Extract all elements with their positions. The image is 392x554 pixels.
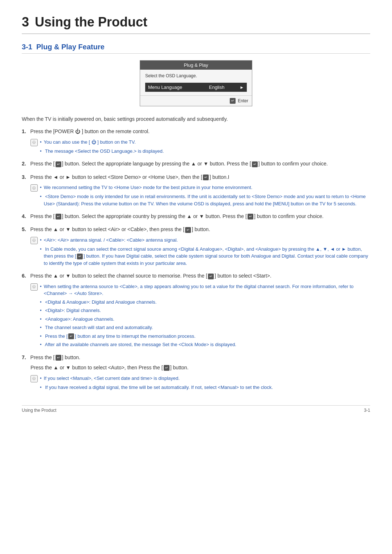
step-6-note-sub-5: • Press the [↵] button at any time to in… (40, 333, 370, 340)
step-6-note-sub-3: • <Analogue>: Analogue channels. (40, 316, 370, 323)
footer-right: 3-1 (364, 408, 370, 413)
step-7-subpress: Press the ▲ or ▼ button to select <Auto>… (30, 364, 370, 372)
page-footer: Using the Product 3-1 (22, 405, 370, 413)
dialog-title: Plug & Play (140, 61, 252, 70)
enter-icon-s3: ↵ (203, 175, 209, 180)
intro-text: When the TV is initially powered on, bas… (22, 115, 370, 123)
enter-icon: ↵ (230, 98, 236, 104)
enter-icon-s4b: ↵ (248, 214, 253, 219)
enter-icon-s7b: ↵ (164, 365, 170, 371)
step-1: Press the [POWER ⏻ ] button on the remot… (22, 127, 370, 155)
step-7-text: Press the [↵] button. (30, 354, 81, 360)
step-3-notes: 🛈 • We recommend setting the TV to <Home… (30, 184, 370, 207)
note-icon-s5: 🛈 (30, 237, 38, 244)
step-6-notes: 🛈 • When setting the antenna source to <… (30, 283, 370, 348)
enter-icon-s5: ↵ (185, 227, 191, 233)
step-4-text: Press the [↵] button. Select the appropr… (30, 213, 324, 219)
enter-icon-s6b: ↵ (68, 333, 74, 339)
step-1-text: Press the [POWER ⏻ ] button on the remot… (30, 128, 150, 134)
enter-icon-s2: ↵ (56, 161, 61, 167)
note-icon-s3: 🛈 (30, 184, 38, 192)
step-7-notes: 🛈 • If you select <Manual>, <Set current… (30, 375, 370, 391)
dialog-row-label: Menu Language (148, 85, 194, 90)
step-1-note-sub-1: • The message <Select the OSD Language.>… (40, 148, 370, 155)
step-4: Press the [↵] button. Select the appropr… (22, 212, 370, 220)
chapter-title: 3Using the Product (22, 15, 370, 34)
note-icon: 🛈 (30, 139, 38, 146)
steps-list: Press the [POWER ⏻ ] button on the remot… (22, 127, 370, 391)
step-6-note-sub-2: • <Digital>: Digital channels. (40, 307, 370, 314)
step-6-text: Press the ▲ or ▼ button to select the ch… (30, 273, 271, 279)
step-6-note-sub-1: • <Digital & Analogue>: Digital and Anal… (40, 299, 370, 306)
enter-icon-s4: ↵ (56, 214, 61, 219)
dialog-menu-row: Menu Language English ► (145, 83, 247, 92)
enter-button[interactable]: ↵ Enter (229, 98, 248, 104)
step-3: Press the ◄ or ► button to select <Store… (22, 173, 370, 207)
plug-play-dialog: Plug & Play Select the OSD Language. Men… (140, 60, 252, 106)
note-icon-s6: 🛈 (30, 283, 38, 291)
step-1-note-main: 🛈 • You can also use the [ ⏻ ] button on… (30, 139, 370, 146)
footer-left: Using the Product (22, 408, 56, 413)
step-7-note-sub-1: • If you have received a digital signal,… (40, 384, 370, 391)
step-1-notes: 🛈 • You can also use the [ ⏻ ] button on… (30, 139, 370, 155)
step-5-note-main: 🛈 • <Air>: <Air> antenna signal. / <Cabl… (30, 237, 370, 244)
step-7-note-main: 🛈 • If you select <Manual>, <Set current… (30, 375, 370, 382)
note-icon-s7: 🛈 (30, 375, 38, 382)
enter-icon-s6: ↵ (208, 274, 214, 279)
dialog-subtitle: Select the OSD Language. (145, 73, 247, 78)
step-5-text: Press the ▲ or ▼ button to select <Air> … (30, 226, 210, 232)
dialog-row-value: English (194, 85, 240, 90)
enter-icon-s5b: ↵ (77, 254, 83, 259)
step-6-note-sub-4: • The channel search will start and end … (40, 324, 370, 331)
step-5: Press the ▲ or ▼ button to select <Air> … (22, 225, 370, 267)
dialog-footer: ↵ Enter (140, 95, 252, 106)
dialog-arrow-icon: ► (240, 85, 244, 90)
step-5-note-sub-1: • In Cable mode, you can select the corr… (40, 246, 370, 267)
step-2-text: Press the [↵] button. Select the appropr… (30, 161, 328, 167)
step-2: Press the [↵] button. Select the appropr… (22, 160, 370, 168)
step-3-text: Press the ◄ or ► button to select <Store… (30, 174, 229, 180)
step-3-note-sub-1: • <Store Demo> mode is only intended for… (40, 193, 370, 207)
step-6: Press the ▲ or ▼ button to select the ch… (22, 272, 370, 348)
step-6-note-main: 🛈 • When setting the antenna source to <… (30, 283, 370, 297)
step-6-note-sub-6: • After all the available channels are s… (40, 341, 370, 348)
enter-icon-s7: ↵ (56, 355, 61, 361)
enter-icon-s2b: ↵ (252, 161, 258, 167)
step-3-note-main: 🛈 • We recommend setting the TV to <Home… (30, 184, 370, 192)
step-7: Press the [↵] button. Press the ▲ or ▼ b… (22, 353, 370, 391)
section-title: 3-1 Plug & Play Feature (22, 43, 370, 54)
chapter-number: 3 (22, 15, 29, 29)
step-5-notes: 🛈 • <Air>: <Air> antenna signal. / <Cabl… (30, 237, 370, 267)
